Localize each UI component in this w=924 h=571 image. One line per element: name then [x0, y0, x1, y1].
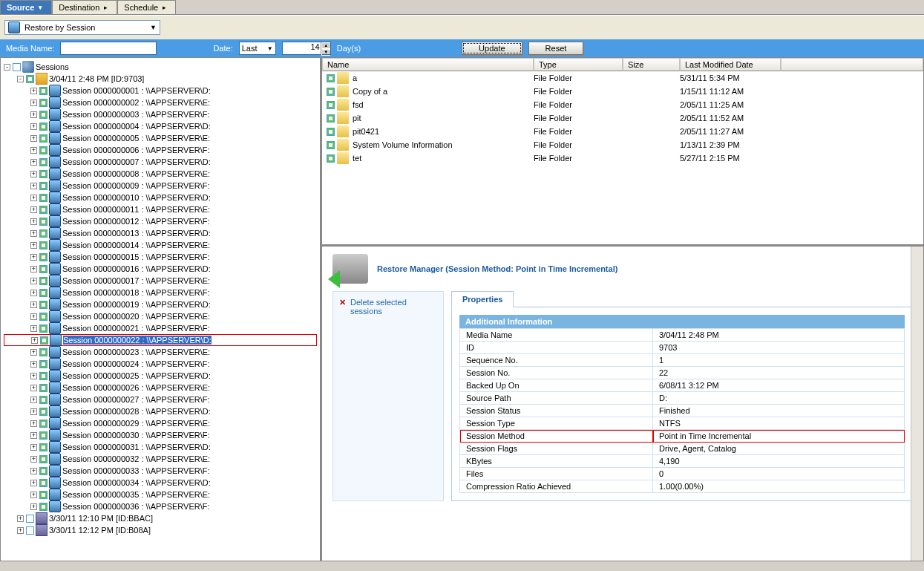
expand-icon[interactable]: + [30, 278, 37, 284]
expand-icon[interactable]: + [30, 171, 37, 177]
tree-node[interactable]: +Session 0000000002 : \\APPSERVER\E: [4, 97, 317, 108]
tree-node[interactable]: +Session 0000000036 : \\APPSERVER\F: [4, 500, 317, 512]
checkbox[interactable] [39, 396, 47, 404]
checkbox[interactable] [39, 360, 47, 368]
tree-node[interactable]: +Session 0000000013 : \\APPSERVER\D: [4, 227, 317, 239]
tree-node[interactable]: +Session 0000000033 : \\APPSERVER\F: [4, 465, 317, 477]
checkbox[interactable] [39, 87, 47, 95]
col-modified[interactable]: Last Modified Date [680, 58, 781, 71]
expand-icon[interactable]: + [30, 480, 37, 486]
checkbox[interactable] [39, 99, 47, 107]
tree-node[interactable]: +Session 0000000035 : \\APPSERVER\E: [4, 489, 317, 500]
checkbox[interactable] [39, 384, 47, 392]
checkbox[interactable] [39, 182, 47, 190]
tree-node[interactable]: +Session 0000000027 : \\APPSERVER\F: [4, 394, 317, 405]
days-spinner[interactable]: 14▲▼ [282, 42, 331, 55]
expand-icon[interactable]: + [30, 444, 37, 451]
checkbox[interactable] [39, 123, 47, 131]
expand-icon[interactable]: + [31, 337, 38, 344]
media-name-input[interactable] [60, 42, 157, 55]
expand-icon[interactable]: + [30, 195, 37, 201]
tree-node[interactable]: +Session 0000000025 : \\APPSERVER\D: [4, 370, 317, 382]
spin-down-icon[interactable]: ▼ [321, 49, 330, 56]
checkbox[interactable] [39, 229, 47, 238]
expand-icon[interactable]: + [30, 408, 37, 415]
expand-icon[interactable]: + [30, 420, 37, 427]
expand-icon[interactable]: + [30, 254, 37, 261]
checkbox[interactable] [39, 455, 47, 463]
checkbox[interactable] [40, 336, 48, 345]
checkbox[interactable] [327, 74, 335, 82]
checkbox[interactable] [39, 146, 47, 154]
checkbox[interactable] [13, 63, 21, 71]
tree-node[interactable]: +Session 0000000008 : \\APPSERVER\E: [4, 168, 317, 180]
tree-node[interactable]: +Session 0000000015 : \\APPSERVER\F: [4, 251, 317, 263]
tree-node[interactable]: +Session 0000000018 : \\APPSERVER\F: [4, 287, 317, 298]
expand-icon[interactable]: + [30, 218, 37, 225]
tree-node[interactable]: +Session 0000000007 : \\APPSERVER\D: [4, 156, 317, 168]
tree-node[interactable]: +Session 0000000004 : \\APPSERVER\D: [4, 120, 317, 132]
date-mode-dropdown[interactable]: Last▼ [239, 42, 276, 55]
checkbox[interactable] [39, 277, 47, 285]
tree-node[interactable]: +Session 0000000020 : \\APPSERVER\E: [4, 310, 317, 322]
tree-node[interactable]: +Session 0000000031 : \\APPSERVER\D: [4, 441, 317, 453]
checkbox[interactable] [39, 253, 47, 261]
update-button[interactable]: Update [462, 42, 522, 55]
tree-node[interactable]: +Session 0000000019 : \\APPSERVER\D: [4, 298, 317, 310]
expand-icon[interactable]: + [30, 111, 37, 118]
file-row[interactable]: pit0421File Folder2/05/11 11:27 AM [322, 125, 923, 138]
file-row[interactable]: fsdFile Folder2/05/11 11:25 AM [322, 98, 923, 111]
restore-mode-dropdown[interactable]: Restore by Session ▼ [4, 20, 160, 35]
checkbox[interactable] [327, 141, 335, 149]
checkbox[interactable] [327, 154, 335, 163]
expand-icon[interactable]: + [30, 123, 37, 130]
file-row[interactable]: System Volume InformationFile Folder1/13… [322, 138, 923, 151]
expand-icon[interactable]: + [30, 385, 37, 391]
expand-icon[interactable]: + [30, 147, 37, 154]
expand-icon[interactable]: + [30, 313, 37, 320]
checkbox[interactable] [39, 420, 47, 428]
expand-icon[interactable]: + [30, 290, 37, 296]
tree-node[interactable]: +Session 0000000022 : \\APPSERVER\D: [4, 334, 317, 346]
checkbox[interactable] [39, 324, 47, 333]
expand-icon[interactable]: + [30, 373, 37, 379]
reset-button[interactable]: Reset [528, 42, 584, 55]
checkbox[interactable] [39, 158, 47, 166]
tree-node[interactable]: +3/30/11 12:12 PM [ID:B08A] [4, 524, 317, 536]
tree-node[interactable]: +Session 0000000011 : \\APPSERVER\E: [4, 203, 317, 215]
checkbox[interactable] [39, 431, 47, 440]
checkbox[interactable] [327, 128, 335, 136]
col-type[interactable]: Type [534, 58, 623, 71]
expand-icon[interactable]: + [30, 361, 37, 368]
delete-sessions-link[interactable]: Delete selected sessions [339, 298, 437, 316]
col-size[interactable]: Size [623, 58, 680, 71]
checkbox[interactable] [39, 443, 47, 451]
checkbox[interactable] [26, 515, 34, 523]
file-row[interactable]: Copy of aFile Folder1/15/11 11:12 AM [322, 85, 923, 98]
checkbox[interactable] [39, 503, 47, 511]
expand-icon[interactable]: + [30, 242, 37, 249]
checkbox[interactable] [39, 313, 47, 321]
checkbox[interactable] [39, 194, 47, 202]
tree-node[interactable]: +Session 0000000012 : \\APPSERVER\F: [4, 215, 317, 227]
checkbox[interactable] [39, 206, 47, 214]
tree-node[interactable]: +Session 0000000029 : \\APPSERVER\E: [4, 417, 317, 429]
expand-icon[interactable]: + [30, 206, 37, 213]
expand-icon[interactable]: + [30, 135, 37, 142]
tree-node[interactable]: +Session 0000000010 : \\APPSERVER\D: [4, 192, 317, 203]
expand-icon[interactable]: + [30, 99, 37, 106]
tree-node[interactable]: +Session 0000000009 : \\APPSERVER\F: [4, 180, 317, 192]
tree-node[interactable]: +Session 0000000024 : \\APPSERVER\F: [4, 358, 317, 370]
tree-node[interactable]: +Session 0000000014 : \\APPSERVER\E: [4, 239, 317, 251]
tree-node[interactable]: +Session 0000000006 : \\APPSERVER\F: [4, 144, 317, 156]
tree-node[interactable]: +Session 0000000026 : \\APPSERVER\E: [4, 382, 317, 394]
tab-source[interactable]: Source▾ [0, 0, 52, 14]
expand-icon[interactable]: + [30, 456, 37, 463]
tree-node[interactable]: +Session 0000000034 : \\APPSERVER\D: [4, 477, 317, 489]
spin-up-icon[interactable]: ▲ [321, 42, 330, 49]
checkbox[interactable] [39, 111, 47, 119]
tree-node[interactable]: +Session 0000000003 : \\APPSERVER\F: [4, 108, 317, 120]
session-tree[interactable]: -Sessions-3/04/11 2:48 PM [ID:9703]+Sess… [0, 57, 321, 561]
checkbox[interactable] [39, 372, 47, 380]
checkbox[interactable] [26, 526, 34, 535]
